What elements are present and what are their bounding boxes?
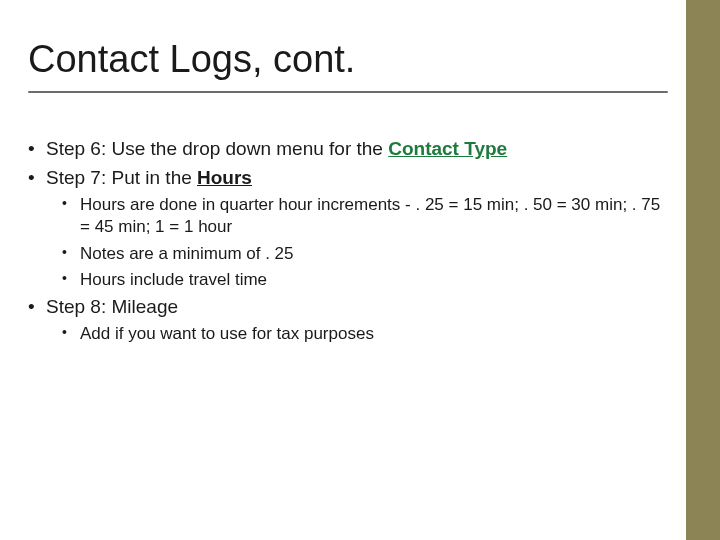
list-item: • Notes are a minimum of . 25 [62,243,670,265]
list-item: • Hours include travel time [62,269,670,291]
list-item: • Step 7: Put in the Hours [28,166,670,191]
step7-text: Step 7: Put in the Hours [46,166,670,191]
step8-sub1: Add if you want to use for tax purposes [80,323,670,345]
step7-sub2: Notes are a minimum of . 25 [80,243,670,265]
list-item: • Step 6: Use the drop down menu for the… [28,137,670,162]
step8-text: Step 8: Mileage [46,295,670,320]
list-item: • Step 8: Mileage [28,295,670,320]
bullet-icon: • [28,137,46,162]
list-item: • Add if you want to use for tax purpose… [62,323,670,345]
bullet-icon: • [28,166,46,191]
slide-title: Contact Logs, cont. [28,38,670,81]
step7-prefix: Step 7: Put in the [46,167,197,188]
slide-content: Contact Logs, cont. • Step 6: Use the dr… [28,38,670,350]
step6-text: Step 6: Use the drop down menu for the C… [46,137,670,162]
bullet-icon: • [62,323,80,345]
bullet-icon: • [28,295,46,320]
step7-sub1: Hours are done in quarter hour increment… [80,194,670,238]
step7-sub3: Hours include travel time [80,269,670,291]
title-underline [28,91,668,93]
step6-prefix: Step 6: Use the drop down menu for the [46,138,388,159]
hours-link[interactable]: Hours [197,167,252,188]
bullet-icon: • [62,269,80,291]
list-item: • Hours are done in quarter hour increme… [62,194,670,238]
bullet-list: • Step 6: Use the drop down menu for the… [28,137,670,346]
bullet-icon: • [62,194,80,238]
decorative-side-bar [686,0,720,540]
contact-type-link[interactable]: Contact Type [388,138,507,159]
bullet-icon: • [62,243,80,265]
